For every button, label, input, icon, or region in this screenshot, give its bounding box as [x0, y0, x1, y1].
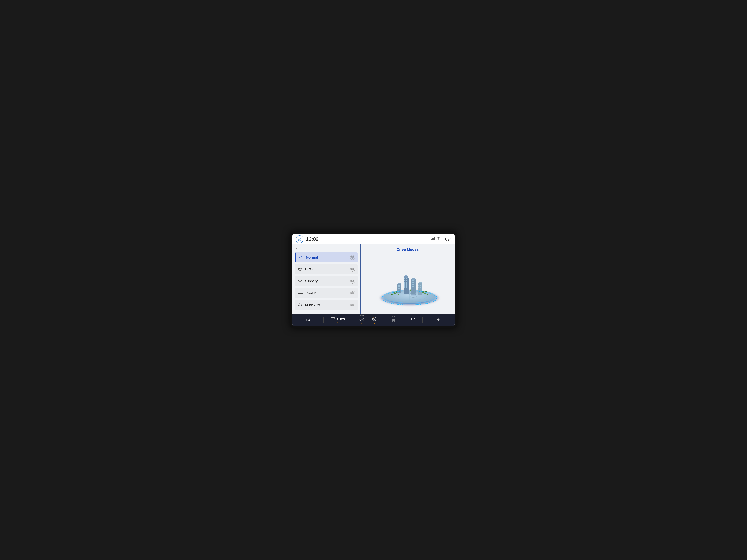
heated-steering-icon — [371, 316, 377, 323]
svg-point-18 — [301, 305, 302, 306]
heated-steering-indicator — [374, 323, 375, 324]
mud-ruts-info-button[interactable]: ⓘ — [350, 302, 355, 308]
front-defrost-max-label: MAX — [360, 314, 364, 316]
top-bar-left: 12:09 — [296, 235, 319, 243]
svg-rect-73 — [418, 283, 422, 295]
svg-rect-62 — [406, 287, 407, 288]
fan-increase-button[interactable]: + — [443, 317, 447, 323]
normal-mode-icon — [299, 255, 304, 260]
svg-point-29 — [397, 294, 399, 295]
svg-rect-57 — [404, 283, 405, 284]
slippery-mode-icon — [298, 279, 303, 284]
svg-rect-66 — [413, 280, 414, 281]
temperature-control: − LO + — [300, 317, 316, 323]
svg-rect-53 — [404, 278, 405, 279]
svg-rect-79 — [418, 287, 419, 288]
slippery-mode-label: Slippery — [305, 279, 318, 283]
eco-mode-label: ECO — [305, 267, 313, 271]
svg-point-15 — [300, 293, 301, 294]
back-button[interactable]: ← — [292, 244, 302, 252]
svg-point-5 — [438, 240, 439, 241]
drive-modes-title: Drive Modes — [396, 247, 418, 252]
svg-point-17 — [299, 305, 300, 306]
svg-rect-68 — [413, 282, 414, 283]
right-panel: Drive Modes — [361, 244, 455, 314]
svg-rect-44 — [398, 285, 399, 286]
main-content: ← Normal — [292, 244, 455, 314]
svg-point-33 — [424, 293, 426, 294]
svg-rect-78 — [420, 285, 421, 286]
rear-defrost-control[interactable]: REAR — [391, 316, 396, 324]
mode-item-mud-ruts[interactable]: Mud/Ruts ⓘ — [294, 300, 358, 310]
svg-rect-58 — [406, 283, 407, 284]
temp-decrease-button[interactable]: − — [300, 317, 304, 323]
clock-display: 12:09 — [306, 236, 319, 242]
svg-rect-43 — [398, 283, 401, 285]
temperature-display: 89° — [445, 237, 451, 242]
svg-point-95 — [438, 319, 439, 320]
ac-indicator — [413, 321, 413, 322]
svg-rect-54 — [406, 278, 407, 279]
svg-rect-77 — [418, 285, 419, 286]
svg-rect-80 — [420, 287, 421, 288]
tow-haul-mode-icon — [298, 291, 303, 295]
heated-steering-control[interactable] — [371, 316, 377, 324]
eco-info-button[interactable]: ⓘ — [350, 267, 355, 272]
svg-point-30 — [391, 294, 393, 295]
mud-ruts-mode-label: Mud/Ruts — [305, 303, 320, 307]
temp-level-label: LO — [306, 318, 310, 322]
mode-item-slippery-left: Slippery — [298, 279, 318, 284]
mode-item-tow-haul[interactable]: Tow/Haul ⓘ — [294, 288, 358, 298]
svg-point-14 — [298, 293, 299, 294]
fan-decrease-button[interactable]: − — [430, 317, 434, 323]
svg-point-82 — [411, 294, 416, 296]
svg-rect-11 — [298, 292, 301, 294]
svg-point-87 — [374, 318, 375, 320]
svg-point-10 — [301, 281, 302, 282]
svg-rect-72 — [413, 286, 414, 287]
svg-rect-74 — [419, 282, 422, 283]
svg-rect-0 — [431, 239, 432, 240]
normal-info-button[interactable]: ⓘ — [350, 255, 355, 260]
svg-rect-67 — [412, 282, 413, 283]
svg-rect-55 — [404, 281, 405, 282]
home-icon — [298, 237, 302, 241]
front-defrost-indicator — [361, 323, 362, 323]
mud-ruts-mode-icon — [298, 302, 303, 308]
screen: 12:09 — [292, 234, 455, 326]
cellular-signal-icon — [431, 237, 435, 241]
mode-item-normal[interactable]: Normal ⓘ — [294, 252, 358, 262]
top-bar: 12:09 — [292, 234, 455, 244]
home-button[interactable] — [296, 235, 304, 243]
svg-rect-52 — [405, 275, 407, 276]
temp-increase-button[interactable]: + — [312, 317, 317, 323]
tow-haul-info-button[interactable]: ⓘ — [350, 291, 355, 295]
svg-point-16 — [302, 293, 303, 294]
svg-rect-64 — [412, 278, 415, 280]
mode-item-slippery[interactable]: Slippery ⓘ — [294, 276, 358, 286]
svg-rect-75 — [418, 284, 419, 285]
svg-rect-48 — [398, 288, 399, 289]
fan-control: − + — [430, 317, 447, 323]
mode-item-mud-ruts-left: Mud/Ruts — [298, 302, 320, 308]
svg-rect-69 — [412, 284, 413, 285]
svg-rect-56 — [406, 281, 407, 282]
svg-rect-3 — [434, 237, 435, 240]
rear-defrost-indicator — [393, 324, 394, 324]
mode-item-tow-haul-left: Tow/Haul — [298, 291, 319, 295]
hvac-bar: − LO + AUTO — [292, 314, 455, 326]
front-defrost-control[interactable]: MAX — [359, 317, 365, 323]
ac-control[interactable]: A/C — [410, 318, 416, 322]
header-divider — [443, 237, 443, 241]
recirc-control[interactable]: AUTO — [331, 317, 345, 323]
screen-bezel: 12:09 — [290, 232, 457, 328]
slippery-info-button[interactable]: ⓘ — [350, 279, 355, 284]
svg-rect-71 — [412, 286, 413, 287]
hvac-divider-3 — [384, 317, 384, 323]
wifi-icon — [437, 237, 441, 241]
mode-item-eco[interactable]: ECO ⓘ — [294, 264, 358, 274]
recirc-label: AUTO — [336, 318, 345, 321]
svg-rect-45 — [400, 285, 400, 286]
svg-rect-46 — [398, 287, 399, 287]
svg-rect-50 — [404, 277, 409, 294]
